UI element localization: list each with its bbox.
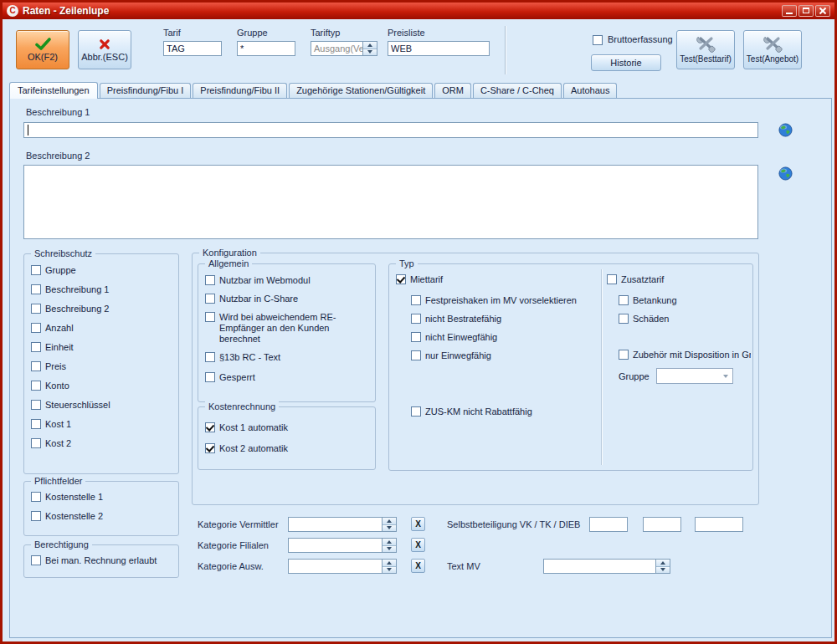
kategorie-vermittler-clear-button[interactable]: X <box>411 517 425 531</box>
test-angebot-button[interactable]: Test(Angebot) <box>743 30 802 69</box>
checkbox-box[interactable] <box>619 314 629 324</box>
checkbox-box[interactable] <box>31 511 41 521</box>
checkbox-box[interactable] <box>411 406 421 417</box>
checkbox-box[interactable] <box>607 274 617 284</box>
historie-button[interactable]: Historie <box>591 54 661 71</box>
tab-autohaus[interactable]: Autohaus <box>563 83 617 98</box>
kategorie-filialen-spinner[interactable] <box>288 538 397 553</box>
cb-schreibschutz-gruppe[interactable]: Gruppe <box>31 265 175 276</box>
cb-kostenstelle-2[interactable]: Kostenstelle 2 <box>31 511 175 522</box>
spin-up-button[interactable] <box>383 518 396 525</box>
cb-kostenstelle-1[interactable]: Kostenstelle 1 <box>31 492 175 503</box>
typ-gruppe-dropdown[interactable] <box>656 368 733 384</box>
cb-kost-2-automatik[interactable]: Kost 2 automatik <box>205 443 372 454</box>
checkbox-box[interactable] <box>205 352 215 362</box>
selbstbeteiligung-tk-input[interactable] <box>643 517 681 532</box>
checkbox-box[interactable] <box>205 372 215 382</box>
cb-schreibschutz-beschreibung-2[interactable]: Beschreibung 2 <box>31 304 175 314</box>
tab-tarifeinstellungen[interactable]: Tarifeinstellungen <box>9 82 98 99</box>
titlebar[interactable]: C Raten - Zeilenlupe <box>3 3 834 19</box>
cb-miettarif[interactable]: Miettarif <box>396 274 597 285</box>
cb-nur-einwegfaehig[interactable]: nur Einwegfähig <box>411 350 597 361</box>
globe-translate-icon[interactable] <box>778 123 793 137</box>
cb-bei-man-rechnung-erlaubt[interactable]: Bei man. Rechnung erlaubt <box>31 555 175 566</box>
text-mv-spinner[interactable] <box>543 559 670 574</box>
checkbox-box[interactable] <box>411 314 421 324</box>
kategorie-vermittler-value[interactable] <box>289 518 382 531</box>
kategorie-ausw-clear-button[interactable]: X <box>411 559 425 573</box>
kategorie-ausw-spinner[interactable] <box>288 559 397 574</box>
spin-down-button[interactable] <box>383 567 396 574</box>
spin-down-button[interactable] <box>363 49 377 56</box>
spin-down-button[interactable] <box>383 546 396 553</box>
cb-schreibschutz-konto[interactable]: Konto <box>31 381 175 391</box>
tab-zugehoerige-stationen-gueltigkeit[interactable]: Zugehörige Stationen/Gültigkeit <box>289 83 433 98</box>
kategorie-ausw-value[interactable] <box>289 560 382 573</box>
cb-zusatztarif[interactable]: Zusatztarif <box>607 274 751 285</box>
checkbox-box[interactable] <box>396 274 406 284</box>
cb-schreibschutz-steuerschluessel[interactable]: Steuerschlüssel <box>31 400 175 411</box>
checkbox-box[interactable] <box>205 443 215 453</box>
tab-orm[interactable]: ORM <box>434 83 471 98</box>
spin-down-button[interactable] <box>656 567 670 574</box>
checkbox-box[interactable] <box>31 419 41 429</box>
cb-schaeden[interactable]: Schäden <box>619 314 751 325</box>
checkbox-box[interactable] <box>593 35 603 45</box>
checkbox-box[interactable] <box>205 275 215 285</box>
checkbox-box[interactable] <box>205 294 215 304</box>
kategorie-vermittler-spinner[interactable] <box>288 517 397 532</box>
beschreibung1-input[interactable] <box>23 122 758 138</box>
bruttoerfassung-checkbox[interactable]: Bruttoerfassung <box>593 34 673 45</box>
cb-nicht-bestratefaehig[interactable]: nicht Bestratefähig <box>411 314 597 325</box>
cb-nutzbar-in-c-share[interactable]: Nutzbar in C-Share <box>205 294 372 304</box>
cb-zus-km-nicht-rabattfaehig[interactable]: ZUS-KM nicht Rabattfähig <box>411 406 597 417</box>
kategorie-filialen-value[interactable] <box>289 539 382 552</box>
checkbox-box[interactable] <box>31 438 41 448</box>
minimize-button[interactable] <box>782 5 797 17</box>
globe-translate-icon[interactable] <box>778 166 793 181</box>
checkbox-box[interactable] <box>31 265 41 275</box>
close-button[interactable] <box>815 5 830 17</box>
cb-schreibschutz-kost-2[interactable]: Kost 2 <box>31 438 175 449</box>
spin-up-button[interactable] <box>383 560 396 567</box>
checkbox-box[interactable] <box>411 332 421 342</box>
tariftyp-spinner[interactable]: Ausgang(Ver <box>311 41 377 56</box>
cb-schreibschutz-einheit[interactable]: Einheit <box>31 342 175 353</box>
tariftyp-value[interactable]: Ausgang(Ver <box>311 42 362 55</box>
checkbox-box[interactable] <box>31 342 41 352</box>
cb-festpreishaken-mv[interactable]: Festpreishaken im MV vorselektieren <box>411 295 597 306</box>
cb-kost-1-automatik[interactable]: Kost 1 automatik <box>205 422 372 433</box>
cb-nutzbar-im-webmodul[interactable]: Nutzbar im Webmodul <box>205 275 372 286</box>
gruppe-input[interactable] <box>237 41 295 56</box>
chevron-down-icon[interactable] <box>720 369 732 383</box>
checkbox-box[interactable] <box>31 323 41 333</box>
tab-preisfindung-fibu-1[interactable]: Preisfindung/Fibu I <box>100 83 192 98</box>
cb-schreibschutz-preis[interactable]: Preis <box>31 361 175 372</box>
cb-13b-rc-text[interactable]: §13b RC - Text <box>205 352 372 363</box>
spin-up-button[interactable] <box>383 539 396 546</box>
checkbox-box[interactable] <box>31 381 41 391</box>
checkbox-box[interactable] <box>205 422 215 432</box>
spin-up-button[interactable] <box>363 42 377 49</box>
preisliste-input[interactable] <box>388 41 490 56</box>
checkbox-box[interactable] <box>619 350 629 360</box>
checkbox-box[interactable] <box>31 304 41 314</box>
checkbox-box[interactable] <box>411 295 421 305</box>
cancel-button[interactable]: Abbr.(ESC) <box>78 30 131 69</box>
checkbox-box[interactable] <box>31 555 41 565</box>
checkbox-box[interactable] <box>31 400 41 410</box>
spin-down-button[interactable] <box>383 525 396 532</box>
tarif-input[interactable] <box>163 41 222 56</box>
selbstbeteiligung-dieb-input[interactable] <box>695 517 743 532</box>
tab-preisfindung-fibu-2[interactable]: Preisfindung/Fibu II <box>193 83 287 98</box>
kategorie-filialen-clear-button[interactable]: X <box>411 538 425 552</box>
checkbox-box[interactable] <box>31 361 41 371</box>
maximize-button[interactable] <box>798 5 814 17</box>
checkbox-box[interactable] <box>411 350 421 360</box>
cb-zubehoer-mit-disposition[interactable]: Zubehör mit Disposition in Grupp <box>619 350 751 360</box>
cb-schreibschutz-beschreibung-1[interactable]: Beschreibung 1 <box>31 284 175 295</box>
checkbox-box[interactable] <box>31 284 41 294</box>
checkbox-box[interactable] <box>619 295 629 305</box>
cb-betankung[interactable]: Betankung <box>619 295 751 306</box>
test-besttarif-button[interactable]: Test(Besttarif) <box>676 30 735 69</box>
